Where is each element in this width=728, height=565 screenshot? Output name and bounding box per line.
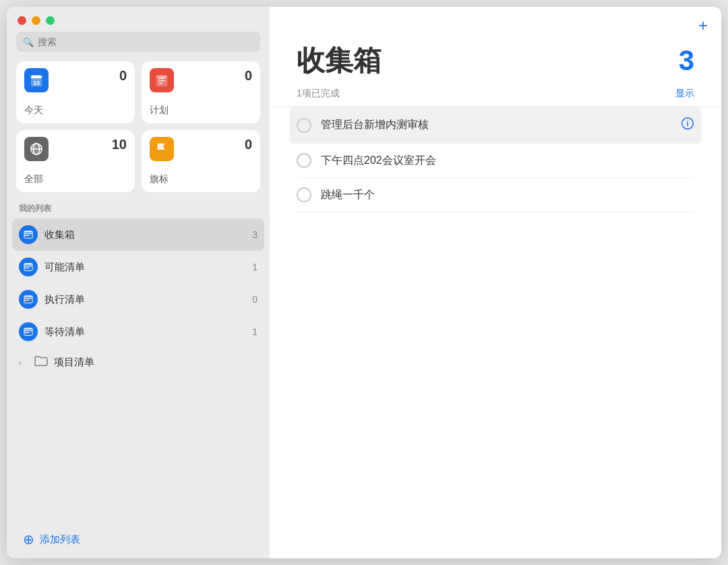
sidebar: 🔍 10 0 今天 — [7, 7, 270, 558]
search-icon: 🔍 — [23, 37, 34, 47]
execute-name: 执行清单 — [44, 293, 245, 306]
list-item-execute[interactable]: 执行清单 0 — [12, 283, 264, 316]
all-label: 全部 — [24, 173, 127, 185]
flag-icon — [150, 137, 174, 161]
waiting-name: 等待清单 — [44, 326, 245, 338]
waiting-count: 1 — [252, 326, 257, 337]
add-list-button[interactable]: ⊕ 添加列表 — [12, 523, 264, 556]
flag-count: 0 — [245, 137, 252, 152]
list-item-inbox[interactable]: 收集箱 3 — [12, 218, 264, 251]
main-content: + 收集箱 3 1项已完成 显示 管理后台新增内测审核 i — [270, 7, 721, 558]
list-icon-maybe — [19, 258, 38, 276]
execute-count: 0 — [252, 294, 257, 305]
today-label: 今天 — [24, 105, 127, 117]
quick-card-plan[interactable]: 0 计划 — [142, 61, 260, 123]
list-icon-inbox — [19, 225, 38, 244]
task-text-2: 下午四点202会议室开会 — [321, 154, 694, 168]
all-count: 10 — [112, 137, 127, 152]
task-checkbox-3[interactable] — [297, 187, 311, 202]
quick-card-today[interactable]: 10 0 今天 — [16, 61, 135, 123]
my-lists-label: 我的列表 — [7, 203, 270, 218]
search-bar[interactable]: 🔍 — [16, 32, 260, 52]
today-count: 0 — [119, 68, 127, 84]
main-title-area: 收集箱 3 — [270, 35, 721, 80]
plan-label: 计划 — [150, 105, 252, 117]
task-list: 管理后台新增内测审核 i 下午四点202会议室开会 跳绳一千个 — [270, 107, 721, 558]
add-task-button[interactable]: + — [698, 16, 708, 35]
list-item-waiting[interactable]: 等待清单 1 — [12, 316, 264, 348]
task-info-button-1[interactable]: i — [681, 117, 694, 133]
add-list-label: 添加列表 — [40, 533, 80, 546]
task-text-1: 管理后台新增内测审核 — [321, 118, 671, 132]
folder-icon — [34, 355, 49, 370]
close-button[interactable] — [18, 16, 26, 25]
quick-card-all[interactable]: 10 全部 — [16, 130, 135, 192]
svg-text:10: 10 — [33, 80, 40, 86]
main-count: 3 — [679, 44, 694, 77]
inbox-name: 收集箱 — [44, 229, 245, 241]
maybe-count: 1 — [252, 262, 257, 272]
search-input[interactable] — [38, 36, 253, 47]
task-item-2[interactable]: 下午四点202会议室开会 — [297, 144, 694, 178]
quick-card-flag[interactable]: 0 旗标 — [142, 130, 260, 192]
all-icon — [24, 137, 49, 161]
svg-rect-1 — [31, 76, 42, 79]
list-icon-execute — [19, 290, 38, 309]
minimize-button[interactable] — [32, 16, 40, 25]
list-icon-waiting — [19, 322, 38, 341]
flag-label: 旗标 — [150, 173, 252, 185]
svg-rect-7 — [156, 76, 168, 78]
list-items: 收集箱 3 可能清单 1 执行清单 0 — [7, 218, 270, 521]
quick-grid: 10 0 今天 — [7, 61, 270, 203]
task-checkbox-2[interactable] — [297, 153, 311, 168]
add-circle-icon: ⊕ — [23, 531, 34, 547]
titlebar — [7, 7, 270, 32]
maybe-name: 可能清单 — [44, 261, 245, 274]
project-item[interactable]: › 项目清单 — [12, 348, 264, 377]
app-window: 🔍 10 0 今天 — [7, 7, 721, 558]
inbox-count: 3 — [252, 229, 257, 240]
show-completed-button[interactable]: 显示 — [675, 88, 694, 100]
list-item-maybe[interactable]: 可能清单 1 — [12, 251, 264, 283]
completed-text: 1项已完成 — [297, 88, 340, 100]
main-header: + — [270, 7, 721, 35]
completed-bar: 1项已完成 显示 — [270, 80, 721, 107]
chevron-right-icon: › — [19, 358, 28, 367]
plan-count: 0 — [245, 68, 252, 84]
plan-icon — [150, 68, 174, 92]
main-title: 收集箱 — [297, 42, 382, 80]
maximize-button[interactable] — [46, 16, 55, 25]
task-item-1[interactable]: 管理后台新增内测审核 i — [290, 107, 701, 144]
svg-text:i: i — [686, 119, 688, 127]
project-name: 项目清单 — [54, 356, 94, 369]
today-icon: 10 — [24, 68, 49, 92]
task-text-3: 跳绳一千个 — [321, 188, 694, 202]
task-checkbox-1[interactable] — [297, 118, 311, 133]
task-item-3[interactable]: 跳绳一千个 — [297, 178, 694, 212]
